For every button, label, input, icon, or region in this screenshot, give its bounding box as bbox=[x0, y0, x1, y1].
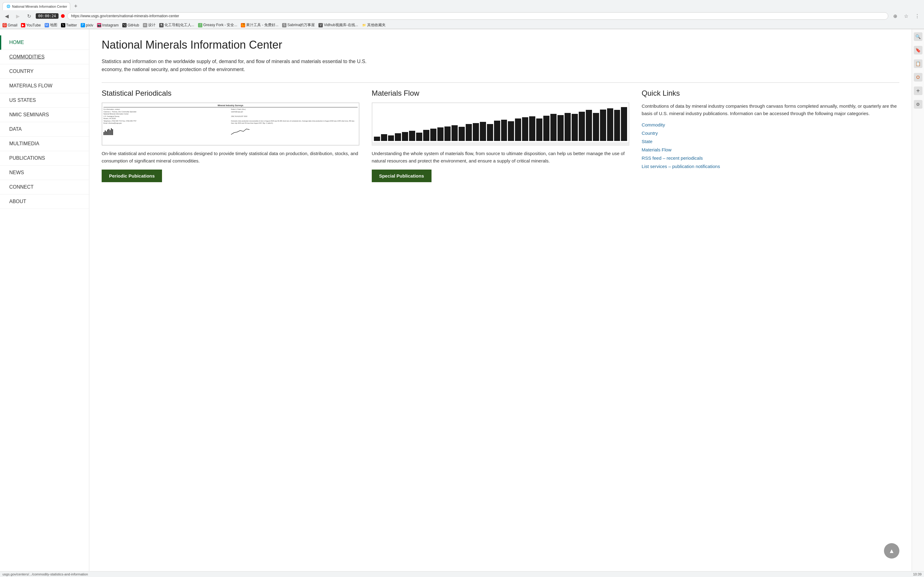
chart-bar bbox=[452, 125, 458, 141]
sidebar-item-commodities[interactable]: COMMODITIES bbox=[0, 50, 89, 64]
chart-bar bbox=[586, 110, 592, 141]
chart-bar bbox=[402, 132, 408, 141]
mini-bar bbox=[110, 130, 111, 135]
chart-bar bbox=[551, 114, 557, 141]
forward-button[interactable]: ▶ bbox=[13, 12, 22, 20]
back-button[interactable]: ◀ bbox=[2, 12, 11, 20]
record-indicator bbox=[61, 14, 65, 18]
mini-bar bbox=[107, 129, 108, 135]
page-layout: HOME COMMODITIES COUNTRY MATERIALS FLOW … bbox=[0, 29, 924, 577]
chart-bar bbox=[508, 121, 514, 141]
mini-bar bbox=[103, 132, 104, 135]
bookmark-design[interactable]: ✏ 设计 bbox=[143, 23, 155, 28]
plus-icon[interactable]: + bbox=[914, 87, 922, 95]
chart-bar bbox=[388, 135, 394, 141]
address-bar: ◀ ▶ ↻ 00:00:24 https://www.usgs.gov/cent… bbox=[0, 10, 924, 21]
bookmark-twitter[interactable]: 𝕏 Twitter bbox=[61, 23, 77, 27]
quick-link-item[interactable]: Commodity bbox=[641, 122, 899, 127]
chart-bar bbox=[459, 127, 465, 141]
bookmark-save-icon[interactable]: 🔖 bbox=[914, 46, 922, 55]
copy-icon[interactable]: 📋 bbox=[914, 60, 922, 68]
scroll-to-top-button[interactable]: ▲ bbox=[884, 543, 899, 559]
bookmark-other[interactable]: 📁 其他收藏夹 bbox=[362, 23, 386, 28]
mini-bar bbox=[111, 128, 112, 135]
page-description: Statistics and information on the worldw… bbox=[102, 58, 367, 73]
bookmark-juice[interactable]: 🍊 果汁工具 - 免费好... bbox=[241, 23, 278, 28]
bookmark-sabrina[interactable]: S Sabrina的万事屋 bbox=[282, 23, 315, 28]
settings-icon[interactable]: ⚙ bbox=[914, 100, 922, 109]
youtube-icon: ▶ bbox=[21, 23, 25, 27]
chart-bar bbox=[593, 113, 599, 141]
card-text-periodicals: On-line statistical and economic publica… bbox=[102, 150, 359, 164]
sidebar-item-home[interactable]: HOME bbox=[0, 35, 89, 50]
instagram-icon: 📷 bbox=[97, 23, 101, 27]
bookmark-gmail[interactable]: G Gmail bbox=[2, 23, 17, 27]
quick-link-item[interactable]: Materials Flow bbox=[641, 147, 899, 152]
bookmark-vidhub[interactable]: V Vidhub视频库-在线... bbox=[318, 23, 358, 28]
pixiv-icon: P bbox=[81, 23, 85, 27]
reload-button[interactable]: ↻ bbox=[25, 12, 33, 20]
sidebar-item-multimedia[interactable]: MULTIMEDIA bbox=[0, 137, 89, 151]
github-icon: ⌥ bbox=[122, 23, 127, 27]
new-tab-button[interactable]: + bbox=[71, 2, 80, 10]
active-tab[interactable]: 🌐 National Minerals Information Center ✕ bbox=[2, 2, 70, 10]
quick-link-item[interactable]: RSS feed – recent periodicals bbox=[641, 155, 899, 161]
sidebar-item-materials-flow[interactable]: MATERIALS FLOW bbox=[0, 79, 89, 93]
periodic-publications-button[interactable]: Periodic Pubications bbox=[102, 169, 162, 182]
sidebar-nav: HOME COMMODITIES COUNTRY MATERIALS FLOW … bbox=[0, 29, 89, 577]
search-icon[interactable]: 🔍 bbox=[914, 32, 922, 41]
bookmark-github[interactable]: ⌥ GitHub bbox=[122, 23, 139, 27]
url-bar[interactable]: https://www.usgs.gov/centers/national-mi… bbox=[67, 12, 888, 20]
doc-col-left: For information, contact: Clarence L. Th… bbox=[103, 108, 230, 135]
folder-icon: 📁 bbox=[362, 23, 366, 27]
bookmark-chem[interactable]: ⚗ 化工导航|化工人... bbox=[159, 23, 194, 28]
special-publications-button[interactable]: Special Publications bbox=[372, 169, 431, 182]
maps-icon: M bbox=[45, 23, 49, 27]
main-content: National Minerals Information Center Sta… bbox=[89, 29, 912, 577]
bookmark-instagram[interactable]: 📷 Instagram bbox=[97, 23, 119, 27]
chart-bar bbox=[480, 122, 486, 141]
bookmark-button[interactable]: ☆ bbox=[902, 12, 911, 20]
chart-bar bbox=[572, 114, 578, 141]
menu-button[interactable]: ⋮ bbox=[913, 12, 922, 20]
chart-bar bbox=[395, 133, 401, 141]
doc-title: Mineral Industry Surveys bbox=[103, 104, 358, 107]
chart-bar bbox=[529, 116, 535, 141]
office-icon[interactable]: O bbox=[914, 73, 922, 82]
chart-bar bbox=[501, 120, 507, 141]
sidebar-item-country[interactable]: COUNTRY bbox=[0, 64, 89, 79]
periodicals-image: Mineral Industry Surveys For information… bbox=[102, 103, 359, 145]
chart-bar bbox=[515, 118, 521, 141]
mini-bar bbox=[105, 131, 106, 135]
quick-link-item[interactable]: Country bbox=[641, 131, 899, 136]
bookmark-pixiv[interactable]: P pixiv bbox=[81, 23, 93, 27]
mini-bar bbox=[112, 129, 113, 135]
sidebar-item-connect[interactable]: CONNECT bbox=[0, 180, 89, 195]
sidebar-item-data[interactable]: DATA bbox=[0, 122, 89, 137]
quick-link-item[interactable]: State bbox=[641, 139, 899, 144]
card-statistical-periodicals: Statistical Periodicals Mineral Industry… bbox=[102, 89, 359, 182]
quick-link-item[interactable]: List services – publication notification… bbox=[641, 164, 899, 169]
doc-col-right: Robin A. Patch (Zinc) rpatch@usgs.gov ZI… bbox=[231, 108, 357, 135]
bookmark-greasyfork[interactable]: 🍴 Greasy Fork - 安全... bbox=[198, 23, 237, 28]
sidebar-item-publications[interactable]: PUBLICATIONS bbox=[0, 151, 89, 166]
quick-links-list: CommodityCountryStateMaterials FlowRSS f… bbox=[641, 122, 899, 169]
chart-bar bbox=[416, 133, 422, 141]
sidebar-item-us-states[interactable]: US STATES bbox=[0, 93, 89, 108]
sidebar-item-nmic-seminars[interactable]: NMIC SEMINARS bbox=[0, 108, 89, 122]
greasyfork-icon: 🍴 bbox=[198, 23, 202, 27]
sidebar-item-news[interactable]: NEWS bbox=[0, 166, 89, 180]
doc-body: For information, contact: Clarence L. Th… bbox=[103, 108, 358, 135]
chart-bar bbox=[381, 134, 387, 141]
bookmark-maps[interactable]: M 地图 bbox=[45, 23, 57, 28]
extensions-button[interactable]: ⊕ bbox=[891, 12, 899, 20]
chart-bar bbox=[614, 110, 620, 141]
sidebar-item-about[interactable]: ABOUT bbox=[0, 195, 89, 209]
mini-bar bbox=[108, 129, 109, 135]
chart-bar bbox=[487, 124, 493, 141]
bookmark-youtube[interactable]: ▶ YouTube bbox=[21, 23, 40, 27]
chem-icon: ⚗ bbox=[159, 23, 163, 27]
chart-bar bbox=[522, 117, 528, 141]
materials-flow-chart bbox=[372, 103, 629, 143]
chart-bar bbox=[374, 137, 380, 141]
